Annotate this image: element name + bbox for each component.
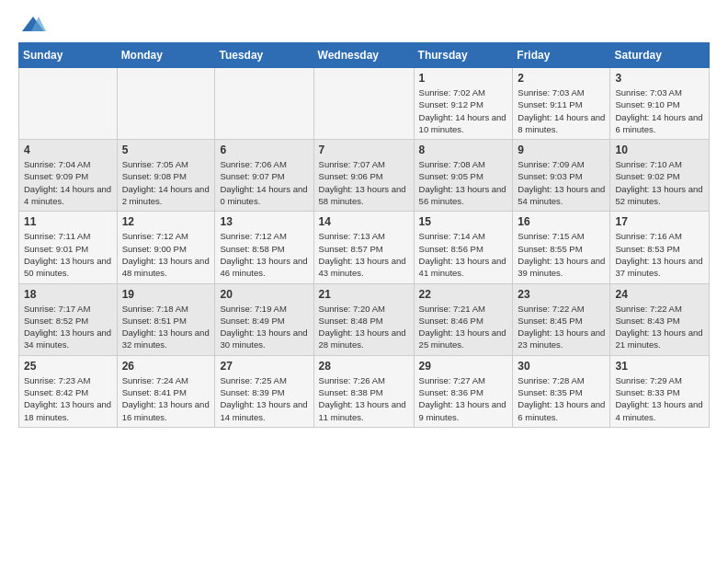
- day-number: 2: [518, 72, 605, 85]
- calendar-cell: 26Sunrise: 7:24 AM Sunset: 8:41 PM Dayli…: [117, 355, 215, 427]
- column-header-monday: Monday: [117, 43, 215, 68]
- day-info: Sunrise: 7:21 AM Sunset: 8:46 PM Dayligh…: [419, 303, 508, 351]
- calendar-cell: 13Sunrise: 7:12 AM Sunset: 8:58 PM Dayli…: [215, 212, 313, 283]
- column-header-sunday: Sunday: [19, 43, 118, 68]
- day-info: Sunrise: 7:28 AM Sunset: 8:35 PM Dayligh…: [518, 374, 605, 423]
- day-info: Sunrise: 7:22 AM Sunset: 8:43 PM Dayligh…: [615, 303, 704, 351]
- day-info: Sunrise: 7:19 AM Sunset: 8:49 PM Dayligh…: [220, 303, 308, 351]
- column-header-saturday: Saturday: [610, 43, 710, 68]
- day-number: 5: [122, 144, 210, 156]
- day-number: 8: [419, 144, 508, 156]
- calendar-cell: 2Sunrise: 7:03 AM Sunset: 9:11 PM Daylig…: [513, 68, 610, 140]
- calendar-week-row: 18Sunrise: 7:17 AM Sunset: 8:52 PM Dayli…: [19, 283, 710, 355]
- calendar-week-row: 4Sunrise: 7:04 AM Sunset: 9:09 PM Daylig…: [19, 140, 710, 212]
- day-number: 13: [220, 215, 308, 228]
- column-header-wednesday: Wednesday: [313, 43, 414, 68]
- calendar-week-row: 25Sunrise: 7:23 AM Sunset: 8:42 PM Dayli…: [19, 355, 710, 427]
- day-number: 4: [24, 144, 112, 156]
- day-info: Sunrise: 7:04 AM Sunset: 9:09 PM Dayligh…: [24, 158, 112, 207]
- day-info: Sunrise: 7:10 AM Sunset: 9:02 PM Dayligh…: [615, 158, 704, 207]
- calendar-cell: 22Sunrise: 7:21 AM Sunset: 8:46 PM Dayli…: [414, 283, 513, 355]
- calendar-cell: 16Sunrise: 7:15 AM Sunset: 8:55 PM Dayli…: [513, 212, 610, 283]
- day-number: 21: [319, 288, 409, 301]
- day-number: 1: [419, 72, 508, 85]
- calendar-week-row: 11Sunrise: 7:11 AM Sunset: 9:01 PM Dayli…: [19, 212, 710, 283]
- day-number: 31: [615, 360, 704, 373]
- calendar-cell: [313, 68, 414, 140]
- calendar-cell: 5Sunrise: 7:05 AM Sunset: 9:08 PM Daylig…: [117, 140, 215, 212]
- day-number: 14: [319, 215, 409, 228]
- day-number: 12: [122, 215, 210, 228]
- day-number: 20: [220, 288, 308, 301]
- day-info: Sunrise: 7:03 AM Sunset: 9:11 PM Dayligh…: [518, 86, 605, 135]
- calendar-cell: [215, 68, 313, 140]
- day-number: 27: [220, 360, 308, 373]
- day-info: Sunrise: 7:16 AM Sunset: 8:53 PM Dayligh…: [615, 230, 704, 279]
- day-number: 16: [518, 215, 605, 228]
- calendar-cell: 20Sunrise: 7:19 AM Sunset: 8:49 PM Dayli…: [215, 283, 313, 355]
- day-number: 9: [518, 144, 605, 156]
- day-number: 17: [615, 215, 704, 228]
- day-number: 18: [24, 288, 112, 301]
- calendar-cell: 10Sunrise: 7:10 AM Sunset: 9:02 PM Dayli…: [610, 140, 710, 212]
- day-info: Sunrise: 7:05 AM Sunset: 9:08 PM Dayligh…: [122, 158, 210, 207]
- day-number: 28: [319, 360, 409, 373]
- day-info: Sunrise: 7:24 AM Sunset: 8:41 PM Dayligh…: [122, 374, 210, 423]
- column-header-thursday: Thursday: [414, 43, 513, 68]
- day-number: 7: [319, 144, 409, 156]
- day-info: Sunrise: 7:06 AM Sunset: 9:07 PM Dayligh…: [220, 158, 308, 207]
- day-info: Sunrise: 7:29 AM Sunset: 8:33 PM Dayligh…: [615, 374, 704, 423]
- day-info: Sunrise: 7:14 AM Sunset: 8:56 PM Dayligh…: [419, 230, 508, 279]
- day-number: 19: [122, 288, 210, 301]
- day-number: 29: [419, 360, 508, 373]
- day-info: Sunrise: 7:12 AM Sunset: 8:58 PM Dayligh…: [220, 230, 308, 279]
- calendar-cell: 8Sunrise: 7:08 AM Sunset: 9:05 PM Daylig…: [414, 140, 513, 212]
- calendar-cell: 27Sunrise: 7:25 AM Sunset: 8:39 PM Dayli…: [215, 355, 313, 427]
- calendar-week-row: 1Sunrise: 7:02 AM Sunset: 9:12 PM Daylig…: [19, 68, 710, 140]
- calendar-cell: 4Sunrise: 7:04 AM Sunset: 9:09 PM Daylig…: [19, 140, 118, 212]
- calendar-cell: 7Sunrise: 7:07 AM Sunset: 9:06 PM Daylig…: [313, 140, 414, 212]
- calendar-header-row: SundayMondayTuesdayWednesdayThursdayFrid…: [19, 43, 710, 68]
- day-number: 30: [518, 360, 605, 373]
- calendar-cell: 23Sunrise: 7:22 AM Sunset: 8:45 PM Dayli…: [513, 283, 610, 355]
- calendar-cell: 11Sunrise: 7:11 AM Sunset: 9:01 PM Dayli…: [19, 212, 118, 283]
- day-number: 10: [615, 144, 704, 156]
- logo: [18, 15, 46, 35]
- calendar-cell: 29Sunrise: 7:27 AM Sunset: 8:36 PM Dayli…: [414, 355, 513, 427]
- column-header-tuesday: Tuesday: [215, 43, 313, 68]
- day-info: Sunrise: 7:02 AM Sunset: 9:12 PM Dayligh…: [419, 86, 508, 135]
- day-info: Sunrise: 7:07 AM Sunset: 9:06 PM Dayligh…: [319, 158, 409, 207]
- calendar-cell: 3Sunrise: 7:03 AM Sunset: 9:10 PM Daylig…: [610, 68, 710, 140]
- calendar-cell: 18Sunrise: 7:17 AM Sunset: 8:52 PM Dayli…: [19, 283, 118, 355]
- calendar-cell: 9Sunrise: 7:09 AM Sunset: 9:03 PM Daylig…: [513, 140, 610, 212]
- day-info: Sunrise: 7:22 AM Sunset: 8:45 PM Dayligh…: [518, 303, 605, 351]
- calendar-cell: 14Sunrise: 7:13 AM Sunset: 8:57 PM Dayli…: [313, 212, 414, 283]
- day-info: Sunrise: 7:08 AM Sunset: 9:05 PM Dayligh…: [419, 158, 508, 207]
- day-info: Sunrise: 7:15 AM Sunset: 8:55 PM Dayligh…: [518, 230, 605, 279]
- day-number: 3: [615, 72, 704, 85]
- calendar-cell: 1Sunrise: 7:02 AM Sunset: 9:12 PM Daylig…: [414, 68, 513, 140]
- calendar-cell: 28Sunrise: 7:26 AM Sunset: 8:38 PM Dayli…: [313, 355, 414, 427]
- calendar-cell: [19, 68, 118, 140]
- day-info: Sunrise: 7:09 AM Sunset: 9:03 PM Dayligh…: [518, 158, 605, 207]
- calendar-cell: 12Sunrise: 7:12 AM Sunset: 9:00 PM Dayli…: [117, 212, 215, 283]
- logo-icon: [20, 15, 46, 35]
- day-number: 23: [518, 288, 605, 301]
- calendar-cell: 21Sunrise: 7:20 AM Sunset: 8:48 PM Dayli…: [313, 283, 414, 355]
- day-number: 24: [615, 288, 704, 301]
- day-info: Sunrise: 7:03 AM Sunset: 9:10 PM Dayligh…: [615, 86, 704, 135]
- day-info: Sunrise: 7:12 AM Sunset: 9:00 PM Dayligh…: [122, 230, 210, 279]
- calendar-cell: 25Sunrise: 7:23 AM Sunset: 8:42 PM Dayli…: [19, 355, 118, 427]
- calendar-cell: 24Sunrise: 7:22 AM Sunset: 8:43 PM Dayli…: [610, 283, 710, 355]
- day-info: Sunrise: 7:20 AM Sunset: 8:48 PM Dayligh…: [319, 303, 409, 351]
- day-info: Sunrise: 7:13 AM Sunset: 8:57 PM Dayligh…: [319, 230, 409, 279]
- day-number: 25: [24, 360, 112, 373]
- calendar-cell: 30Sunrise: 7:28 AM Sunset: 8:35 PM Dayli…: [513, 355, 610, 427]
- day-info: Sunrise: 7:25 AM Sunset: 8:39 PM Dayligh…: [220, 374, 308, 423]
- day-info: Sunrise: 7:27 AM Sunset: 8:36 PM Dayligh…: [419, 374, 508, 423]
- calendar-cell: 19Sunrise: 7:18 AM Sunset: 8:51 PM Dayli…: [117, 283, 215, 355]
- day-number: 6: [220, 144, 308, 156]
- day-info: Sunrise: 7:18 AM Sunset: 8:51 PM Dayligh…: [122, 303, 210, 351]
- day-number: 15: [419, 215, 508, 228]
- day-number: 22: [419, 288, 508, 301]
